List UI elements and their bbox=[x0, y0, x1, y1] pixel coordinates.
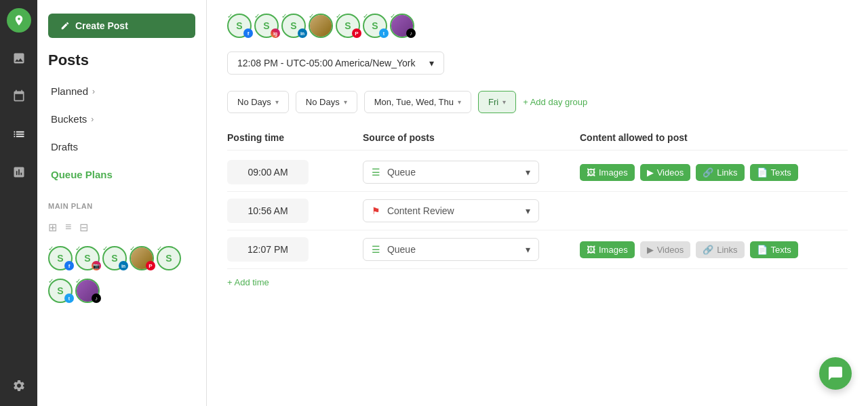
source-chevron-icon: ▾ bbox=[526, 244, 530, 255]
top-avatar-fb[interactable]: S ✓ f bbox=[227, 14, 252, 38]
sidebar-item-planned[interactable]: Planned › bbox=[48, 80, 195, 102]
pinterest-badge: P bbox=[146, 261, 155, 270]
time-cell-1: 09:00 AM bbox=[227, 160, 363, 184]
image-icon: 🖼 bbox=[587, 167, 595, 178]
list-view-toggle[interactable]: ≡ bbox=[65, 221, 71, 234]
top-avatar-tw[interactable]: S ✓ t bbox=[363, 14, 387, 38]
day-group-row: No Days ▾ No Days ▾ Mon, Tue, Wed, Thu ▾… bbox=[227, 91, 848, 113]
texts-badge[interactable]: 📄 Texts bbox=[750, 164, 798, 181]
add-time-button[interactable]: + Add time bbox=[227, 269, 269, 296]
timezone-chevron: ▾ bbox=[429, 58, 434, 68]
checkmark-icon: ✓ bbox=[157, 245, 162, 252]
checkmark-icon: ✓ bbox=[48, 277, 54, 285]
videos-badge-inactive[interactable]: ▶ Videos bbox=[640, 241, 691, 258]
instagram-badge: ig bbox=[271, 28, 280, 38]
sidebar-avatar-tw[interactable]: S ✓ t bbox=[48, 279, 73, 303]
settings-nav-icon[interactable] bbox=[7, 373, 31, 398]
video-icon: ▶ bbox=[647, 167, 654, 178]
checkmark-icon: ✓ bbox=[48, 245, 54, 252]
twitter-badge: t bbox=[379, 28, 389, 38]
day-group-3[interactable]: Mon, Tue, Wed, Thu ▾ bbox=[364, 91, 471, 113]
text-icon: 📄 bbox=[757, 245, 768, 255]
top-avatar-li[interactable]: S ✓ in bbox=[281, 14, 306, 38]
table-header: Posting time Source of posts Content all… bbox=[227, 132, 848, 150]
main-content: S ✓ f S ✓ ig S ✓ in ✓ S ✓ P S ✓ t bbox=[207, 0, 868, 406]
sidebar-item-drafts[interactable]: Drafts bbox=[48, 136, 195, 158]
tiktok-badge: ♪ bbox=[406, 28, 416, 38]
day-group-4[interactable]: Fri ▾ bbox=[478, 91, 516, 113]
list-nav-icon[interactable] bbox=[7, 122, 31, 146]
sidebar-avatar-tiktok[interactable]: ✓ ♪ bbox=[75, 279, 100, 303]
links-badge-inactive[interactable]: 🔗 Links bbox=[696, 241, 744, 258]
sidebar-avatar-fb[interactable]: S ✓ f bbox=[48, 246, 73, 270]
header-content: Content allowed to post bbox=[580, 132, 848, 143]
sidebar-item-queue-plans[interactable]: Queue Plans bbox=[48, 163, 195, 186]
twitter-badge: t bbox=[64, 293, 74, 303]
review-icon: ⚑ bbox=[372, 205, 380, 216]
timezone-value: 12:08 PM - UTC-05:00 America/New_York bbox=[237, 58, 415, 68]
facebook-badge: f bbox=[243, 28, 253, 38]
pinterest-badge: P bbox=[352, 28, 361, 38]
checkmark-icon: ✓ bbox=[75, 277, 81, 285]
sidebar-avatar-pi[interactable]: S ✓ bbox=[157, 246, 181, 270]
chat-bubble-button[interactable] bbox=[819, 357, 852, 390]
add-day-group-button[interactable]: + Add day group bbox=[523, 97, 587, 107]
top-avatar-tiktok[interactable]: ✓ ♪ bbox=[390, 14, 414, 38]
grid-view-toggle[interactable]: ⊞ bbox=[48, 221, 57, 234]
top-avatar-pi[interactable]: S ✓ P bbox=[336, 14, 360, 38]
top-avatars-row: S ✓ f S ✓ ig S ✓ in ✓ S ✓ P S ✓ t bbox=[227, 14, 848, 38]
calendar-nav-icon[interactable] bbox=[7, 84, 31, 108]
source-cell-3: ☰ Queue ▾ bbox=[363, 238, 580, 261]
header-posting-time: Posting time bbox=[227, 132, 363, 143]
table-row: 12:07 PM ☰ Queue ▾ 🖼 Images ▶ bbox=[227, 230, 848, 269]
facebook-badge: f bbox=[64, 261, 74, 270]
queue-icon: ☰ bbox=[372, 167, 380, 178]
sidebar-avatar-person1[interactable]: ✓ P bbox=[130, 246, 154, 270]
queue-icon: ☰ bbox=[372, 244, 380, 255]
source-chevron-icon: ▾ bbox=[526, 167, 530, 178]
links-badge[interactable]: 🔗 Links bbox=[696, 164, 744, 181]
source-select-2[interactable]: ⚑ Content Review ▾ bbox=[363, 199, 539, 222]
source-select-3[interactable]: ☰ Queue ▾ bbox=[363, 238, 539, 261]
main-plan-label: MAIN PLAN bbox=[48, 202, 195, 210]
images-badge[interactable]: 🖼 Images bbox=[580, 241, 635, 258]
timezone-selector[interactable]: 12:08 PM - UTC-05:00 America/New_York ▾ bbox=[227, 52, 444, 75]
other-view-toggle[interactable]: ⊟ bbox=[79, 221, 88, 234]
source-select-1[interactable]: ☰ Queue ▾ bbox=[363, 161, 539, 184]
day-group-2[interactable]: No Days ▾ bbox=[296, 91, 357, 113]
sidebar-avatar-li[interactable]: S ✓ in bbox=[102, 246, 127, 270]
source-cell-2: ⚑ Content Review ▾ bbox=[363, 199, 580, 222]
sidebar-item-buckets[interactable]: Buckets › bbox=[48, 108, 195, 130]
sidebar-avatar-ig[interactable]: S ✓ 📷 bbox=[75, 246, 100, 270]
top-avatar-person[interactable]: ✓ bbox=[309, 14, 333, 38]
linkedin-badge: in bbox=[119, 261, 128, 270]
link-icon: 🔗 bbox=[703, 245, 713, 255]
posts-nav-icon[interactable] bbox=[7, 46, 31, 70]
source-cell-1: ☰ Queue ▾ bbox=[363, 161, 580, 184]
text-icon: 📄 bbox=[757, 167, 768, 178]
images-badge[interactable]: 🖼 Images bbox=[580, 164, 635, 181]
header-source: Source of posts bbox=[363, 132, 580, 143]
image-icon: 🖼 bbox=[587, 245, 595, 255]
sidebar: Create Post Posts Planned › Buckets › Dr… bbox=[37, 0, 207, 406]
left-navigation bbox=[0, 0, 37, 406]
plan-view-toggles: ⊞ ≡ ⊟ bbox=[48, 221, 195, 234]
top-avatar-ig[interactable]: S ✓ ig bbox=[254, 14, 279, 38]
texts-badge[interactable]: 📄 Texts bbox=[750, 241, 798, 258]
buckets-chevron: › bbox=[91, 115, 94, 124]
checkmark-icon: ✓ bbox=[102, 245, 108, 252]
table-row: 10:56 AM ⚑ Content Review ▾ bbox=[227, 192, 848, 230]
sidebar-avatars-row1: S ✓ f S ✓ 📷 S ✓ in ✓ P S ✓ bbox=[48, 246, 195, 270]
time-cell-3: 12:07 PM bbox=[227, 237, 363, 262]
day-group-1[interactable]: No Days ▾ bbox=[227, 91, 289, 113]
chevron-down-icon: ▾ bbox=[344, 98, 347, 106]
planned-chevron: › bbox=[92, 87, 95, 96]
content-allowed-3: 🖼 Images ▶ Videos 🔗 Links 📄 Texts bbox=[580, 241, 848, 258]
logo-icon[interactable] bbox=[7, 8, 31, 33]
create-post-button[interactable]: Create Post bbox=[48, 14, 195, 38]
videos-badge[interactable]: ▶ Videos bbox=[640, 164, 691, 181]
analytics-nav-icon[interactable] bbox=[7, 160, 31, 184]
source-chevron-icon: ▾ bbox=[526, 205, 530, 216]
queue-table: Posting time Source of posts Content all… bbox=[227, 132, 848, 269]
chevron-down-icon: ▾ bbox=[502, 98, 506, 106]
